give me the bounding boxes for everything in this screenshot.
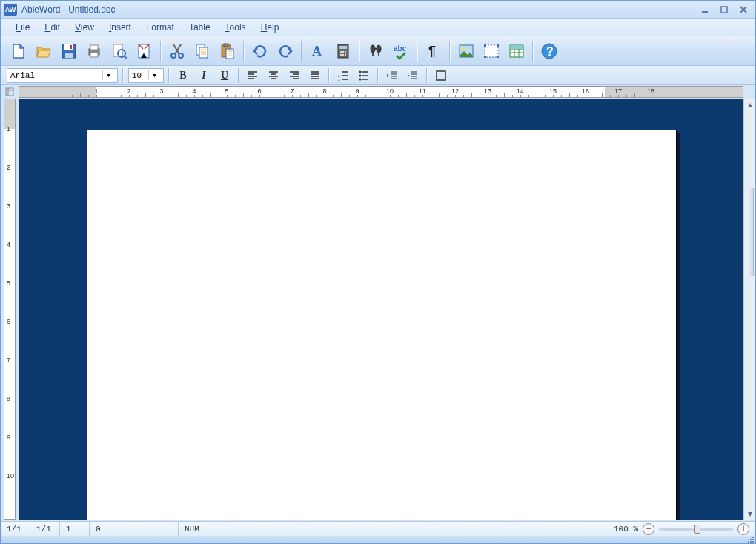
bullet-list-button[interactable] <box>355 67 373 84</box>
zoom-in-button[interactable]: + <box>737 523 749 535</box>
align-right-button[interactable] <box>285 67 303 84</box>
font-value: Arial <box>10 71 35 80</box>
align-justify-button[interactable] <box>306 67 324 84</box>
titlebar: AW AbleWord - Untitled.doc <box>1 1 755 19</box>
separator <box>417 41 418 62</box>
menu-view[interactable]: View <box>67 20 102 35</box>
ruler-label: 3 <box>7 202 10 210</box>
print-button[interactable] <box>82 39 106 63</box>
scroll-thumb[interactable] <box>746 188 754 276</box>
font-size-selector[interactable]: 10 ▾ <box>128 68 164 83</box>
insert-table-button[interactable] <box>505 39 528 63</box>
document-area: 12345678910 ▴ ▾ <box>1 99 755 520</box>
svg-rect-24 <box>339 46 347 49</box>
menu-format[interactable]: Format <box>139 20 182 35</box>
minimize-button[interactable] <box>696 4 714 16</box>
font-selector[interactable]: Arial ▾ <box>7 68 118 83</box>
save-icon <box>60 42 78 60</box>
ruler-label: 9 <box>7 434 10 441</box>
horizontal-ruler[interactable]: 123456789101112131415161718 <box>19 86 743 98</box>
svg-line-13 <box>125 56 127 59</box>
zoom-slider-thumb[interactable] <box>694 525 700 534</box>
border-button[interactable] <box>432 67 450 84</box>
ruler-label: 16 <box>582 87 589 95</box>
scroll-up-button[interactable]: ▴ <box>744 99 755 110</box>
decrease-indent-button[interactable] <box>383 67 401 84</box>
chevron-down-icon: ▾ <box>148 70 160 80</box>
print-preview-button[interactable] <box>107 39 131 63</box>
separator <box>359 41 360 62</box>
status-section: 1/1 <box>30 522 60 536</box>
font-dialog-button[interactable]: A <box>306 39 330 63</box>
svg-rect-9 <box>90 45 98 50</box>
find-button[interactable] <box>364 39 388 63</box>
numbered-list-button[interactable]: 123 <box>334 67 352 84</box>
zoom-out-button[interactable]: − <box>643 523 654 535</box>
svg-rect-18 <box>199 47 208 58</box>
ruler-label: 8 <box>7 395 10 402</box>
ruler-corner <box>1 85 19 99</box>
print-icon <box>85 42 103 60</box>
vertical-scrollbar[interactable]: ▴ ▾ <box>743 99 755 520</box>
ruler-label: 9 <box>355 87 359 95</box>
page[interactable] <box>87 130 677 520</box>
separator <box>301 41 302 62</box>
svg-text:¶: ¶ <box>428 44 436 59</box>
align-center-button[interactable] <box>265 67 282 84</box>
page-setup-icon <box>136 42 153 60</box>
zoom-slider[interactable] <box>659 528 733 531</box>
align-left-button[interactable] <box>244 67 262 84</box>
status-line: 1 <box>60 522 90 536</box>
chevron-down-icon: ▾ <box>102 70 114 80</box>
bold-button[interactable]: B <box>174 67 192 84</box>
svg-rect-53 <box>6 88 13 96</box>
status-spacer <box>208 522 614 536</box>
ruler-label: 14 <box>517 87 524 95</box>
document-canvas[interactable] <box>19 99 743 520</box>
ruler-label: 7 <box>290 87 294 95</box>
spellcheck-icon: abc <box>392 42 410 60</box>
ruler-label: 18 <box>647 87 654 95</box>
save-button[interactable] <box>57 39 81 63</box>
page-setup-button[interactable] <box>133 39 156 63</box>
menu-edit[interactable]: Edit <box>37 20 67 35</box>
menu-insert[interactable]: Insert <box>102 20 139 35</box>
zoom-value: 100 % <box>614 525 638 534</box>
show-marks-button[interactable]: ¶ <box>422 39 445 63</box>
maximize-button[interactable] <box>715 4 733 16</box>
window-title: AbleWord - Untitled.doc <box>21 4 696 15</box>
copy-button[interactable] <box>190 39 214 63</box>
resize-grip[interactable] <box>746 535 754 543</box>
menu-file[interactable]: File <box>8 20 37 35</box>
open-button[interactable] <box>32 39 56 63</box>
insert-textframe-button[interactable] <box>480 39 503 63</box>
open-icon <box>35 42 53 60</box>
italic-button[interactable]: I <box>195 67 213 84</box>
increase-indent-button[interactable] <box>404 67 422 84</box>
cut-button[interactable] <box>165 39 189 63</box>
paste-button[interactable] <box>216 39 239 63</box>
ruler-label: 12 <box>451 87 459 95</box>
window-footer <box>1 536 755 543</box>
vertical-ruler[interactable]: 12345678910 <box>4 99 16 520</box>
statusbar: 1/1 1/1 1 0 NUM 100 % − + <box>1 521 755 536</box>
menu-tools[interactable]: Tools <box>218 20 253 35</box>
new-button[interactable] <box>7 39 30 63</box>
insert-image-button[interactable] <box>454 39 478 63</box>
ruler-label: 8 <box>322 87 326 95</box>
menu-table[interactable]: Table <box>182 20 218 35</box>
redo-button[interactable] <box>273 39 297 63</box>
ruler-label: 2 <box>7 164 10 171</box>
underline-button[interactable]: U <box>216 67 233 84</box>
scroll-down-button[interactable]: ▾ <box>744 508 755 520</box>
separator <box>238 68 239 83</box>
spellcheck-button[interactable]: abc <box>389 39 413 63</box>
ruler-label: 10 <box>7 472 14 480</box>
calculator-button[interactable] <box>331 39 355 63</box>
undo-button[interactable] <box>248 39 272 63</box>
close-button[interactable] <box>735 4 752 16</box>
svg-point-25 <box>340 50 342 52</box>
ruler-label: 10 <box>386 87 394 95</box>
menu-help[interactable]: Help <box>253 20 287 35</box>
help-button[interactable]: ? <box>537 39 561 63</box>
